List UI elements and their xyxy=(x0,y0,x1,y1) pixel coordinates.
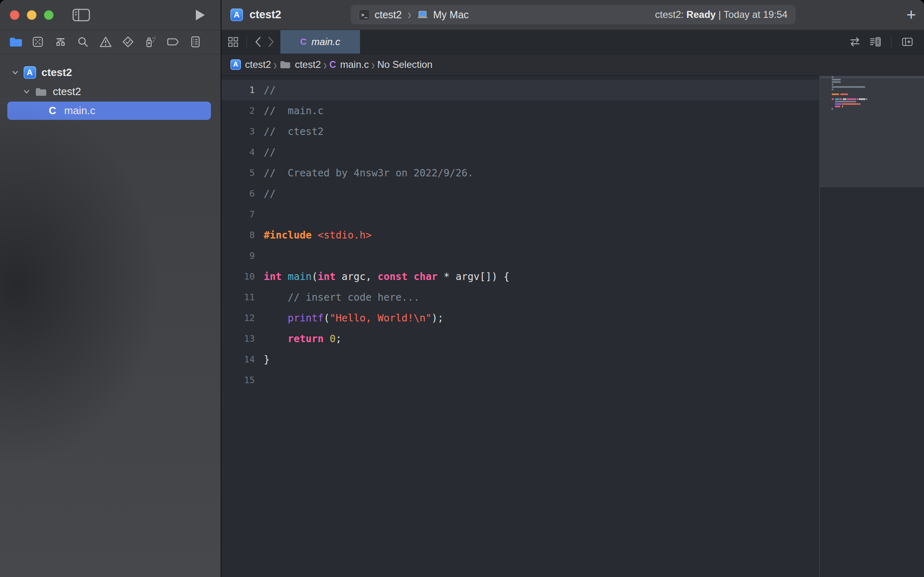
close-button[interactable] xyxy=(10,10,20,20)
line-number[interactable]: 10 xyxy=(221,271,255,282)
chevron-right-icon: › xyxy=(273,56,277,73)
run-button[interactable] xyxy=(195,0,205,30)
line-number[interactable]: 1 xyxy=(221,85,255,95)
line-number[interactable]: 14 xyxy=(221,354,255,364)
code-line-12[interactable]: 12 printf("Hello, World!\n"); xyxy=(221,308,819,328)
breadcrumb-group[interactable]: ctest2 xyxy=(280,59,321,70)
breakpoint-navigator-icon[interactable] xyxy=(164,33,182,51)
code-line-15[interactable]: 15 xyxy=(221,370,819,390)
report-navigator-icon[interactable] xyxy=(187,33,204,51)
code-line-1[interactable]: 1// xyxy=(221,80,819,100)
folder-icon xyxy=(35,87,47,97)
tab-bar: C main.c xyxy=(221,30,924,54)
build-status[interactable]: ctest2: Ready | Today at 19:54 xyxy=(655,9,787,20)
code-line-7[interactable]: 7 xyxy=(221,204,819,225)
window-title: ctest2 xyxy=(249,9,281,21)
chevron-right-icon: › xyxy=(407,7,412,23)
code-line-3[interactable]: 3// ctest2 xyxy=(221,121,819,142)
find-navigator-icon[interactable] xyxy=(74,33,92,51)
code-line-13[interactable]: 13 return 0; xyxy=(221,328,819,349)
add-editor-icon[interactable] xyxy=(901,36,913,48)
symbol-navigator-icon[interactable] xyxy=(52,33,69,51)
navigator-sidebar: Actest2ctest2Cmain.c xyxy=(0,0,221,577)
project-navigator-icon[interactable] xyxy=(7,33,24,51)
code-line-6[interactable]: 6// xyxy=(221,183,819,204)
line-number[interactable]: 6 xyxy=(221,189,255,199)
scheme-destination[interactable]: My Mac xyxy=(433,9,469,21)
go-back-icon[interactable] xyxy=(254,36,262,48)
line-number[interactable]: 4 xyxy=(221,147,255,157)
code-line-5[interactable]: 5// Created by 4nsw3r on 2022/9/26. xyxy=(221,163,819,183)
line-number[interactable]: 5 xyxy=(221,168,255,178)
line-number[interactable]: 3 xyxy=(221,126,255,137)
disclosure-chevron-icon[interactable] xyxy=(21,89,32,94)
tree-item-label: main.c xyxy=(64,104,95,117)
tree-row-ctest2[interactable]: Actest2 xyxy=(0,63,221,82)
scheme-selector[interactable]: >_ ctest2 › My Mac xyxy=(359,8,469,21)
line-number[interactable]: 13 xyxy=(221,334,255,344)
scheme-name[interactable]: ctest2 xyxy=(375,9,402,21)
c-file-icon: C xyxy=(49,105,56,117)
code-text: } xyxy=(264,354,270,365)
navigator-icon-bar xyxy=(0,30,221,54)
editor-options-icon[interactable] xyxy=(869,36,881,48)
breadcrumb-project[interactable]: A ctest2 xyxy=(230,59,271,70)
line-number[interactable]: 8 xyxy=(221,230,255,240)
laptop-icon xyxy=(417,10,428,19)
editor-pane: A ctest2 >_ ctest2 › My Mac ctest2: Read… xyxy=(221,0,924,577)
activity-bar: >_ ctest2 › My Mac ctest2: Ready | Today… xyxy=(351,5,796,24)
code-line-8[interactable]: 8#include <stdio.h> xyxy=(221,225,819,245)
library-plus-button[interactable]: + xyxy=(907,0,916,30)
tree-row-ctest2[interactable]: ctest2 xyxy=(0,82,221,101)
app-icon: A xyxy=(230,59,241,70)
toolbar: A ctest2 >_ ctest2 › My Mac ctest2: Read… xyxy=(221,0,924,30)
project-app-icon: A xyxy=(24,66,36,79)
tree-item-label: ctest2 xyxy=(41,66,72,79)
line-number[interactable]: 15 xyxy=(221,375,255,385)
tab-bar-left-controls xyxy=(221,30,275,54)
code-text: int main(int argc, const char * argv[]) … xyxy=(264,271,510,282)
code-text: // xyxy=(264,188,276,200)
code-line-11[interactable]: 11 // insert code here... xyxy=(221,287,819,308)
code-line-10[interactable]: 10int main(int argc, const char * argv[]… xyxy=(221,266,819,287)
zoom-button[interactable] xyxy=(44,10,54,20)
code-text: // ctest2 xyxy=(264,126,324,137)
breadcrumb-file[interactable]: C main.c xyxy=(329,59,369,70)
tree-row-main.c[interactable]: Cmain.c xyxy=(0,101,221,120)
divider xyxy=(891,36,891,48)
folder-icon xyxy=(280,60,291,69)
disclosure-chevron-icon[interactable] xyxy=(10,70,20,75)
related-items-icon[interactable] xyxy=(227,36,239,48)
code-text: #include <stdio.h> xyxy=(264,229,372,241)
issue-navigator-icon[interactable] xyxy=(97,33,115,51)
code-line-2[interactable]: 2// main.c xyxy=(221,100,819,121)
code-line-9[interactable]: 9 xyxy=(221,245,819,266)
divider xyxy=(247,36,247,48)
debug-navigator-icon[interactable] xyxy=(141,33,159,51)
jump-bar: A ctest2 › ctest2 › C main.c › No Select… xyxy=(221,54,924,76)
line-number[interactable]: 12 xyxy=(221,313,255,323)
code-text: // xyxy=(264,146,276,158)
code-line-4[interactable]: 4// xyxy=(221,142,819,163)
line-number[interactable]: 7 xyxy=(221,209,255,219)
minimize-button[interactable] xyxy=(27,10,37,20)
source-control-navigator-icon[interactable] xyxy=(29,33,47,51)
line-number[interactable]: 9 xyxy=(221,251,255,261)
line-number[interactable]: 2 xyxy=(221,106,255,116)
tab-main-c[interactable]: C main.c xyxy=(280,30,360,54)
toggle-sidebar-icon[interactable] xyxy=(72,8,90,22)
line-number[interactable]: 11 xyxy=(221,292,255,302)
source-editor[interactable]: 1//2// main.c3// ctest24//5// Created by… xyxy=(221,76,819,577)
go-forward-icon[interactable] xyxy=(267,36,275,48)
code-line-14[interactable]: 14} xyxy=(221,349,819,370)
code-text: // Created by 4nsw3r on 2022/9/26. xyxy=(264,167,473,179)
breadcrumb-selection[interactable]: No Selection xyxy=(377,59,432,70)
editor-body: 1//2// main.c3// ctest24//5// Created by… xyxy=(221,76,924,577)
code-text: // xyxy=(264,84,276,96)
code-review-icon[interactable] xyxy=(849,36,861,48)
chevron-right-icon: › xyxy=(371,56,375,73)
test-navigator-icon[interactable] xyxy=(119,33,137,51)
minimap[interactable] xyxy=(820,76,924,577)
tab-bar-right-controls xyxy=(849,30,924,54)
xcode-window: Actest2ctest2Cmain.c A ctest2 >_ ctest2 … xyxy=(0,0,924,577)
